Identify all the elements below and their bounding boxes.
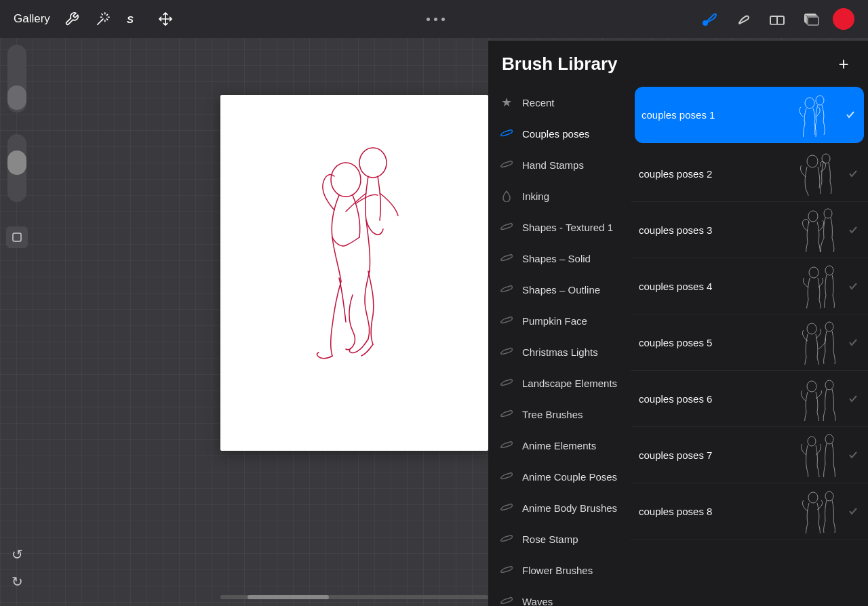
brush-name-5: couples poses 5: [639, 337, 781, 348]
category-anime-couple-poses[interactable]: Anime Couple Poses: [488, 461, 631, 492]
svg-point-24: [825, 435, 833, 444]
brush-check-4: [846, 279, 860, 293]
brush-thumb-6: [787, 375, 841, 422]
svg-point-17: [809, 267, 818, 278]
brush-icon-anime-cp: [499, 469, 514, 484]
square-tool-button[interactable]: [6, 226, 28, 248]
star-icon: ★: [499, 95, 514, 110]
category-rose-stamp-label: Rose Stamp: [522, 533, 578, 545]
undo-button[interactable]: ↺: [6, 544, 28, 565]
brush-info-2: couples poses 2: [639, 168, 781, 180]
brush-name-8: couples poses 8: [639, 506, 781, 517]
category-hand-stamps[interactable]: Hand Stamps: [488, 149, 631, 180]
category-rose-stamp[interactable]: Rose Stamp: [488, 523, 631, 554]
brush-item-2[interactable]: couples poses 2: [631, 146, 868, 202]
category-christmas-lights[interactable]: Christmas Lights: [488, 336, 631, 367]
brush-icon-waves: [499, 594, 514, 606]
brush-thumb-4: [787, 262, 841, 310]
category-shapes-outline-label: Shapes – Outline: [522, 284, 600, 296]
smudge-tool-icon[interactable]: [731, 7, 755, 31]
toolbar-right: [697, 7, 854, 31]
svg-point-12: [816, 96, 824, 105]
svg-rect-7: [808, 17, 818, 25]
brush-check-8: [846, 504, 860, 518]
svg-point-22: [825, 380, 833, 390]
selection-icon[interactable]: S: [125, 9, 144, 28]
magic-wand-icon[interactable]: [94, 9, 113, 28]
category-shapes-textured[interactable]: Shapes - Textured 1: [488, 211, 631, 243]
category-recent[interactable]: ★ Recent: [488, 87, 631, 118]
svg-point-25: [808, 492, 818, 503]
category-tree-brushes[interactable]: Tree Brushes: [488, 399, 631, 430]
brush-info-3: couples poses 3: [639, 224, 781, 236]
redo-button[interactable]: ↻: [6, 571, 28, 592]
opacity-slider[interactable]: [7, 134, 26, 202]
eraser-tool-icon[interactable]: [765, 7, 789, 31]
category-shapes-solid-label: Shapes – Solid: [522, 253, 591, 264]
svg-point-26: [825, 491, 833, 501]
wrench-icon[interactable]: [62, 9, 81, 28]
brush-item-1[interactable]: couples poses 1: [635, 87, 864, 143]
brush-icon-shapes-t: [499, 220, 514, 235]
brush-thumb-5: [787, 319, 841, 366]
category-pumpkin-face[interactable]: Pumpkin Face: [488, 305, 631, 336]
brush-icon-flower: [499, 563, 514, 578]
brush-icon-christmas: [499, 344, 514, 359]
category-anime-elements-label: Anime Elements: [522, 440, 596, 451]
brush-check-3: [846, 223, 860, 237]
category-shapes-solid[interactable]: Shapes – Solid: [488, 243, 631, 274]
brush-info-7: couples poses 7: [639, 449, 781, 461]
category-couples-poses[interactable]: Couples poses: [488, 118, 631, 149]
svg-point-15: [808, 211, 818, 222]
category-anime-elements[interactable]: Anime Elements: [488, 430, 631, 461]
brush-check-2: [846, 167, 860, 180]
brush-item-7[interactable]: couples poses 7: [631, 427, 868, 483]
category-landscape[interactable]: Landscape Elements: [488, 367, 631, 399]
ink-icon: [499, 188, 514, 203]
category-shapes-outline[interactable]: Shapes – Outline: [488, 274, 631, 305]
category-waves-label: Waves: [522, 596, 553, 607]
brush-check-6: [846, 392, 860, 405]
category-tree-brushes-label: Tree Brushes: [522, 409, 583, 420]
brush-info-8: couples poses 8: [639, 506, 781, 517]
svg-point-14: [822, 154, 830, 163]
brush-item-6[interactable]: couples poses 6: [631, 371, 868, 427]
category-waves[interactable]: Waves: [488, 586, 631, 606]
layers-tool-icon[interactable]: [799, 7, 823, 31]
category-flower-brushes[interactable]: Flower Brushes: [488, 554, 631, 586]
brush-list: couples poses 1: [631, 84, 868, 606]
brush-item-5[interactable]: couples poses 5: [631, 315, 868, 371]
color-picker-dot[interactable]: [833, 8, 854, 30]
transform-icon[interactable]: [156, 9, 175, 28]
canvas-scrollbar-thumb: [248, 595, 329, 599]
canvas-scrollbar[interactable]: [220, 595, 488, 599]
category-list: ★ Recent Couples poses Hand Stamps: [488, 84, 631, 606]
brush-library-panel: Brush Library + ★ Recent Couples poses: [488, 41, 868, 606]
toolbar-center-dots: [427, 18, 445, 21]
brush-size-slider[interactable]: [7, 45, 26, 113]
brush-info-4: couples poses 4: [639, 281, 781, 292]
svg-point-21: [807, 381, 816, 392]
svg-point-16: [824, 209, 832, 218]
category-flower-brushes-label: Flower Brushes: [522, 565, 593, 576]
panel-title: Brush Library: [502, 54, 618, 75]
brush-tool-icon[interactable]: [697, 7, 722, 31]
opacity-thumb: [7, 150, 26, 175]
brush-thumb-8: [787, 487, 841, 535]
category-pumpkin-face-label: Pumpkin Face: [522, 315, 587, 327]
panel-header: Brush Library +: [488, 41, 868, 84]
brush-item-4[interactable]: couples poses 4: [631, 258, 868, 315]
brush-icon-tree: [499, 407, 514, 422]
gallery-button[interactable]: Gallery: [14, 12, 50, 26]
svg-point-20: [825, 322, 833, 331]
brush-item-3[interactable]: couples poses 3: [631, 202, 868, 258]
brush-icon-shapes-o: [499, 282, 514, 297]
category-anime-body-brushes[interactable]: Anime Body Brushes: [488, 492, 631, 523]
brush-thumb-1: [784, 91, 838, 138]
brush-icon-pumpkin: [499, 313, 514, 328]
category-inking[interactable]: Inking: [488, 180, 631, 211]
brush-icon-shapes-s: [499, 251, 514, 266]
add-brush-button[interactable]: +: [833, 53, 854, 75]
brush-item-8[interactable]: couples poses 8: [631, 483, 868, 540]
brush-icon-anime-el: [499, 438, 514, 453]
